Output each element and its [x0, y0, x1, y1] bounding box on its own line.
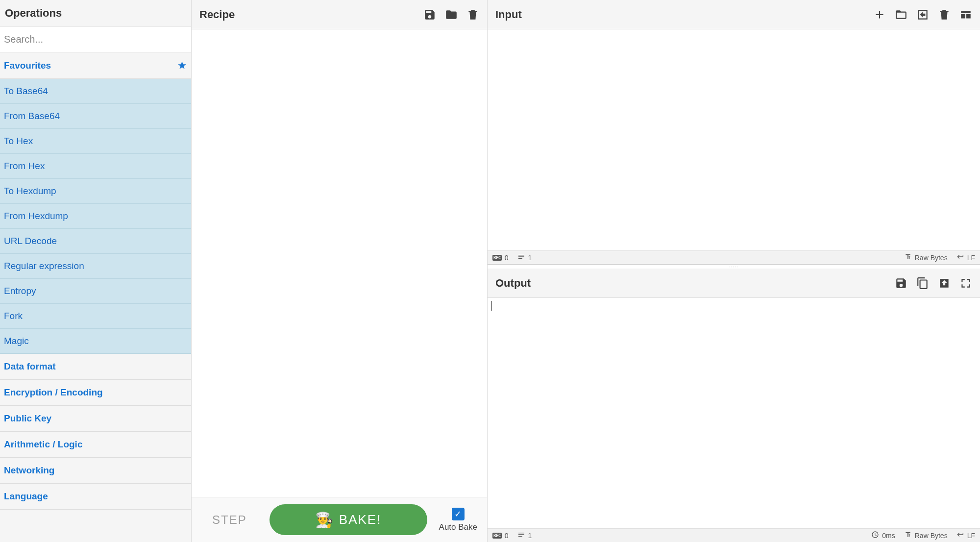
return-icon: [956, 531, 964, 540]
auto-bake-label: Auto Bake: [439, 522, 477, 532]
chef-icon: 👨‍🍳: [315, 511, 334, 528]
save-recipe-icon[interactable]: [423, 8, 436, 21]
category-header[interactable]: Networking: [0, 458, 191, 484]
lines-icon: [517, 253, 525, 262]
rec-icon: REC: [492, 533, 502, 539]
recipe-drop-area[interactable]: [192, 29, 487, 497]
recipe-panel: Recipe STEP 👨‍🍳 BAKE! ✓: [192, 0, 488, 542]
step-button[interactable]: STEP: [201, 509, 258, 531]
open-folder-icon[interactable]: [895, 8, 907, 21]
lines-icon: [517, 531, 525, 540]
input-view-icon[interactable]: [959, 8, 972, 21]
category-header[interactable]: Arithmetic / Logic: [0, 432, 191, 458]
input-textarea[interactable]: [488, 29, 980, 250]
category-header[interactable]: Language: [0, 484, 191, 510]
checkbox-checked-icon: ✓: [452, 508, 465, 520]
output-header: Output: [488, 269, 980, 298]
input-status-bar: REC 0 1 Raw Bytes LF: [488, 250, 980, 264]
operation-item[interactable]: From Hex: [0, 154, 191, 179]
input-eol[interactable]: LF: [956, 253, 975, 262]
input-encoding[interactable]: Raw Bytes: [904, 253, 948, 262]
input-title: Input: [495, 8, 522, 21]
text-type-icon: [904, 531, 912, 540]
operation-item[interactable]: To Hexdump: [0, 179, 191, 204]
operation-item[interactable]: To Base64: [0, 79, 191, 104]
bake-row: STEP 👨‍🍳 BAKE! ✓ Auto Bake: [192, 497, 487, 542]
return-icon: [956, 253, 964, 262]
output-section: Output: [488, 269, 980, 542]
replace-input-icon[interactable]: [938, 277, 951, 290]
category-header[interactable]: Public Key: [0, 406, 191, 432]
clear-input-icon[interactable]: [938, 8, 951, 21]
star-icon[interactable]: ★: [178, 60, 186, 71]
operation-item[interactable]: URL Decode: [0, 229, 191, 254]
input-header: Input: [488, 0, 980, 29]
operations-panel: Operations Favourites ★ To Base64From Ba…: [0, 0, 192, 542]
io-resize-handle[interactable]: ·····: [488, 265, 980, 269]
input-line-count: 1: [517, 253, 532, 262]
output-line-count: 1: [517, 531, 532, 540]
operation-item[interactable]: Magic: [0, 329, 191, 354]
operation-item[interactable]: Regular expression: [0, 254, 191, 279]
search-input[interactable]: [4, 34, 187, 45]
rec-icon: REC: [492, 255, 502, 261]
input-section: Input: [488, 0, 980, 265]
operation-item[interactable]: From Hexdump: [0, 204, 191, 229]
category-header[interactable]: Encryption / Encoding: [0, 380, 191, 406]
bake-label: BAKE!: [339, 512, 382, 527]
favourites-header[interactable]: Favourites ★: [0, 52, 191, 79]
auto-bake-toggle[interactable]: ✓ Auto Bake: [439, 508, 477, 532]
clear-recipe-icon[interactable]: [466, 8, 479, 21]
add-input-tab-icon[interactable]: [873, 8, 886, 21]
bake-button[interactable]: 👨‍🍳 BAKE!: [270, 504, 427, 535]
maximize-output-icon[interactable]: [959, 277, 972, 290]
search-row: [0, 26, 191, 52]
operation-item[interactable]: Fork: [0, 304, 191, 329]
load-recipe-icon[interactable]: [445, 8, 458, 21]
input-char-count: REC 0: [492, 254, 509, 262]
output-title: Output: [495, 277, 531, 290]
open-file-icon[interactable]: [916, 8, 929, 21]
recipe-header: Recipe: [192, 0, 487, 29]
output-char-count: REC 0: [492, 532, 509, 540]
operations-list[interactable]: Favourites ★ To Base64From Base64To HexF…: [0, 52, 191, 542]
output-time: 0ms: [871, 531, 895, 540]
io-panel: Input: [488, 0, 980, 542]
output-textarea[interactable]: [488, 298, 980, 528]
operations-title: Operations: [0, 0, 191, 26]
operation-item[interactable]: Entropy: [0, 279, 191, 304]
save-output-icon[interactable]: [895, 277, 907, 290]
output-encoding[interactable]: Raw Bytes: [904, 531, 948, 540]
recipe-title: Recipe: [199, 8, 235, 21]
output-status-bar: REC 0 1 0ms Raw Bytes: [488, 528, 980, 542]
output-eol[interactable]: LF: [956, 531, 975, 540]
text-type-icon: [904, 253, 912, 262]
copy-output-icon[interactable]: [916, 277, 929, 290]
operation-item[interactable]: From Base64: [0, 104, 191, 129]
category-header[interactable]: Data format: [0, 354, 191, 380]
clock-icon: [871, 531, 879, 540]
favourites-label: Favourites: [4, 60, 51, 71]
operation-item[interactable]: To Hex: [0, 129, 191, 154]
